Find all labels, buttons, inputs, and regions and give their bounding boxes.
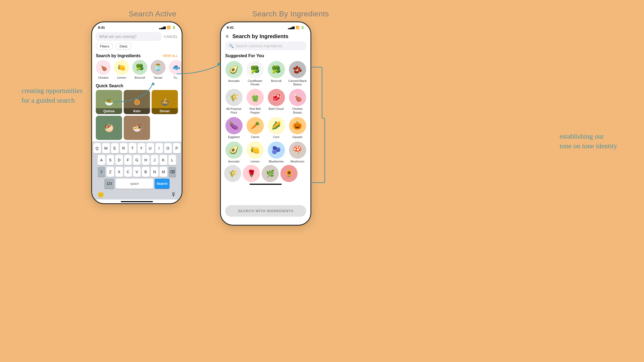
key-search[interactable]: Search [155, 179, 170, 189]
chicken-label: Chicken [98, 76, 109, 79]
key-f[interactable]: F [124, 155, 132, 165]
key-o[interactable]: O [164, 143, 172, 153]
keyboard[interactable]: Q W E R T Y U I O P A S D F G H J K L ⇧ … [92, 142, 182, 200]
cauliflower-circle: 🥦 [247, 61, 264, 78]
key-delete[interactable]: ⌫ [169, 167, 176, 177]
key-a[interactable]: A [98, 155, 105, 165]
filters-chip[interactable]: Filters [96, 43, 113, 50]
ingredients-page-title: Search by Ingredients [232, 33, 306, 39]
key-m[interactable]: M [160, 167, 167, 177]
key-p[interactable]: P [173, 143, 181, 153]
carrot-name: Carrot [251, 135, 259, 139]
key-space[interactable]: space [116, 179, 153, 189]
emoji-icon[interactable]: 🙂 [97, 191, 104, 198]
key-i[interactable]: I [155, 143, 163, 153]
key-d[interactable]: D [115, 155, 123, 165]
lemon-label: Lemon [117, 76, 126, 79]
quick-card-dinner[interactable]: 🍲 Dinner [152, 90, 178, 114]
squash-circle: 🎃 [289, 117, 306, 134]
ingredient-lemon[interactable]: 🍋 Lemon [114, 60, 129, 79]
chicken-breast-name: Chicken Breast [288, 107, 307, 114]
key-k[interactable]: K [160, 155, 167, 165]
key-x[interactable]: X [115, 167, 123, 177]
key-n[interactable]: N [151, 167, 158, 177]
search-bar[interactable]: What are you craving? CANCEL [92, 31, 182, 42]
key-v[interactable]: V [133, 167, 141, 177]
search-input[interactable]: What are you craving? [96, 32, 162, 41]
ingr-avocado[interactable]: 🥑 Avocado [224, 61, 244, 86]
key-c[interactable]: C [124, 167, 132, 177]
ingr-lemon[interactable]: 🍋 Lemon [245, 142, 265, 163]
key-u[interactable]: U [147, 143, 154, 153]
ingredient-tu[interactable]: 🐟 Tu... [169, 60, 182, 79]
corn-circle: 🌽 [268, 117, 285, 134]
ingredient-broccoli[interactable]: 🥦 Broccoli [132, 60, 147, 79]
ingr-broccoli[interactable]: 🥦 Broccoli [266, 61, 286, 86]
search-with-ingredients-button[interactable]: SEARCH WITH INGREDIENTS [225, 205, 306, 217]
ingr-bell-pepper[interactable]: 🫑 Red Bell Pepper [245, 89, 265, 114]
annotation-left: creating opportunitiesfor a guided searc… [21, 86, 82, 106]
ingr-blueberries[interactable]: 🫐 Blueberries [266, 142, 286, 163]
ingredient-scroll[interactable]: 🍗 Chicken 🍋 Lemon 🥦 Broccoli 🫙 Tamari 🐟 … [92, 60, 182, 82]
key-z[interactable]: Z [107, 167, 114, 177]
section-label-left: Search Active [129, 10, 177, 18]
ingr-chicken-breast[interactable]: 🍗 Chicken Breast [288, 89, 307, 114]
blueberries-circle: 🫐 [268, 142, 285, 159]
ingr-mushroom[interactable]: 🍄 Mushroom [288, 142, 307, 163]
suggested-label: Suggested For You [221, 53, 310, 61]
key-g[interactable]: G [133, 155, 141, 165]
ingr-black-beans[interactable]: 🫘 Canned Black Beans [288, 61, 307, 86]
key-q[interactable]: Q [93, 143, 101, 153]
key-r[interactable]: R [120, 143, 127, 153]
qc5-bg: 🍜 [124, 116, 150, 140]
tamari-label: Tamari [153, 76, 162, 79]
ingr-eggplant[interactable]: 🍆 Eggplant [224, 117, 244, 139]
ingr-squash[interactable]: 🎃 Squash [288, 117, 307, 139]
status-bar-right: 9:41 ▂▄▆ 📶 🔋 [221, 22, 310, 31]
section-label-right: Search By Ingredients [252, 10, 329, 18]
keto-label: Keto [124, 108, 150, 114]
ingr-cauliflower[interactable]: 🥦 Cauliflower Florets [245, 61, 265, 86]
eggplant-name: Eggplant [228, 135, 240, 139]
close-button[interactable]: ✕ [225, 34, 229, 39]
avocado-name: Avocado [228, 79, 240, 83]
key-h[interactable]: H [142, 155, 149, 165]
key-t[interactable]: T [129, 143, 136, 153]
quick-card-quinoa[interactable]: 🥗 Quinoa [96, 90, 122, 114]
key-l[interactable]: L [169, 155, 176, 165]
quick-card-keto[interactable]: 🥘 Keto [124, 90, 150, 114]
mushroom-name: Mushroom [291, 160, 305, 163]
lemon-circle: 🍋 [114, 60, 129, 75]
ingredient-chicken[interactable]: 🍗 Chicken [96, 60, 111, 79]
ingr-avocado2[interactable]: 🥑 Avocado [224, 142, 244, 163]
ingr-flour[interactable]: 🌾 All-Purpose Flour [224, 89, 244, 114]
quick-card-5[interactable]: 🍜 [124, 116, 150, 140]
quick-card-4[interactable]: 🥙 [96, 116, 122, 140]
bell-pepper-name: Red Bell Pepper [245, 107, 265, 114]
broccoli-circle: 🥦 [132, 60, 147, 75]
ingredients-search[interactable]: 🔍 Search common ingredients [225, 42, 306, 50]
ingr-corn[interactable]: 🌽 Corn [266, 117, 286, 139]
ingr-carrot[interactable]: 🥕 Carrot [245, 117, 265, 139]
key-s[interactable]: S [107, 155, 114, 165]
ingr-beef[interactable]: 🥩 Beef Chuck [266, 89, 286, 114]
key-y[interactable]: Y [138, 143, 145, 153]
quick-search-title: Quick Search [96, 84, 123, 88]
key-123[interactable]: 123 [104, 179, 114, 189]
partial-3: 🌿 [262, 165, 279, 182]
key-shift[interactable]: ⇧ [98, 167, 105, 177]
diets-chip[interactable]: Diets [115, 43, 131, 50]
mic-icon[interactable]: 🎙 [171, 191, 176, 198]
key-j[interactable]: J [151, 155, 158, 165]
key-w[interactable]: W [102, 143, 110, 153]
lemon2-name: Lemon [251, 160, 260, 163]
flour-circle: 🌾 [225, 89, 243, 106]
key-e[interactable]: E [111, 143, 119, 153]
flour-name: All-Purpose Flour [224, 107, 244, 114]
view-all-button[interactable]: VIEW ALL [163, 54, 178, 58]
chicken-breast-circle: 🍗 [289, 89, 306, 106]
key-b[interactable]: B [142, 167, 149, 177]
carrot-circle: 🥕 [247, 117, 264, 134]
cancel-button[interactable]: CANCEL [164, 35, 178, 39]
ingredient-tamari[interactable]: 🫙 Tamari [151, 60, 166, 79]
